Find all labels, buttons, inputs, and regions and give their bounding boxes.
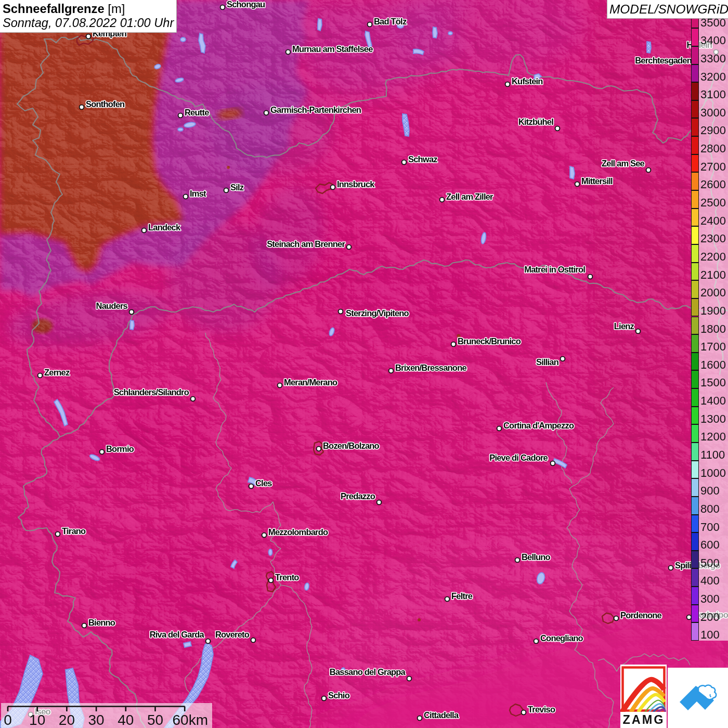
svg-text:Kitzbühel: Kitzbühel (518, 117, 553, 126)
svg-text:Landeck: Landeck (148, 223, 181, 232)
svg-text:Rovereto: Rovereto (215, 630, 250, 639)
svg-text:Sterzing/Vipiteno: Sterzing/Vipiteno (346, 308, 409, 318)
svg-text:Mittersill: Mittersill (581, 176, 613, 186)
svg-text:Sonthofen: Sonthofen (86, 99, 125, 109)
svg-text:Bienno: Bienno (88, 618, 115, 627)
svg-text:Schwaz: Schwaz (408, 154, 437, 164)
svg-text:Lienz: Lienz (614, 321, 634, 331)
svg-text:Bad Tölz: Bad Tölz (374, 17, 407, 26)
svg-text:Tirano: Tirano (62, 526, 86, 536)
svg-text:Meran/Merano: Meran/Merano (284, 378, 337, 387)
svg-text:Zell am Ziller: Zell am Ziller (446, 192, 493, 201)
svg-text:Nauders: Nauders (96, 301, 128, 310)
svg-text:Silz: Silz (230, 183, 244, 192)
svg-text:Bormio: Bormio (106, 444, 134, 453)
svg-text:Feltre: Feltre (451, 591, 473, 601)
svg-text:Belluno: Belluno (522, 552, 551, 562)
svg-text:Garmisch-Partenkirchen: Garmisch-Partenkirchen (270, 105, 361, 114)
svg-text:Treviso: Treviso (528, 705, 555, 714)
svg-text:Bozen/Bolzano: Bozen/Bolzano (323, 441, 380, 450)
svg-text:Predazzo: Predazzo (341, 491, 375, 501)
svg-text:Pieve di Cadore: Pieve di Cadore (489, 453, 548, 462)
svg-text:Kufstein: Kufstein (512, 76, 543, 86)
svg-text:Schongau: Schongau (227, 0, 265, 9)
svg-text:Conegliano: Conegliano (540, 633, 583, 643)
svg-text:Steinach am Brenner: Steinach am Brenner (267, 239, 345, 249)
svg-text:Brixen/Bressanone: Brixen/Bressanone (395, 363, 466, 372)
svg-text:Imst: Imst (190, 189, 206, 198)
svg-text:Bassano del Grappa: Bassano del Grappa (330, 667, 406, 677)
svg-text:Trento: Trento (275, 573, 299, 582)
svg-text:Mezzolombardo: Mezzolombardo (268, 527, 328, 537)
svg-text:Pordenone: Pordenone (620, 610, 662, 620)
svg-text:Innsbruck: Innsbruck (337, 179, 375, 189)
svg-text:Zell am See: Zell am See (602, 159, 645, 168)
svg-text:ZAMG: ZAMG (622, 712, 665, 726)
svg-text:Zernez: Zernez (44, 368, 70, 377)
svg-text:Cortina d'Ampezzo: Cortina d'Ampezzo (503, 421, 574, 430)
svg-text:Reutte: Reutte (185, 108, 209, 117)
svg-text:Riva del Garda: Riva del Garda (150, 630, 205, 639)
svg-text:Cles: Cles (255, 478, 272, 488)
svg-text:Berchtesgaden: Berchtesgaden (635, 56, 692, 65)
svg-text:Bruneck/Brunico: Bruneck/Brunico (458, 336, 521, 346)
svg-text:Cittadella: Cittadella (424, 710, 459, 720)
svg-text:Matrei in Osttirol: Matrei in Osttirol (524, 265, 585, 274)
svg-text:Murnau am Staffelsee: Murnau am Staffelsee (292, 44, 373, 54)
svg-text:Schio: Schio (328, 691, 350, 700)
svg-text:Sillian: Sillian (536, 357, 559, 367)
svg-text:Schlanders/Silandro: Schlanders/Silandro (114, 387, 189, 397)
